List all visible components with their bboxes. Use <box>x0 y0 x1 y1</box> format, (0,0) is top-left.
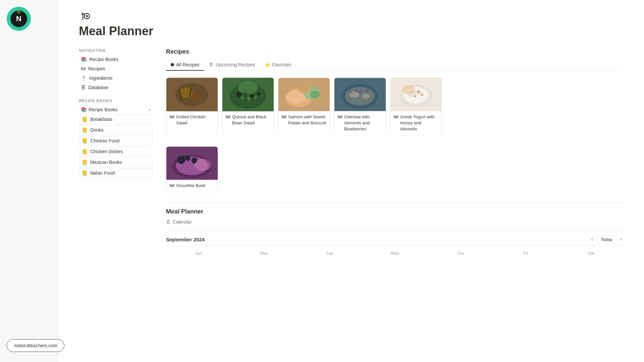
navigation-section-title: Navigation <box>79 48 153 53</box>
recipes-icon: 🍽 <box>81 66 86 71</box>
svg-point-5 <box>191 93 201 100</box>
svg-point-33 <box>362 94 370 99</box>
sidebar-item-recipes[interactable]: 🍽 Recipes <box>79 64 153 73</box>
recipe-img-greek-yogurt <box>390 78 442 111</box>
sidebar-item-recipes-label: Recipes <box>88 66 105 71</box>
app-logo[interactable]: N 🌿 <box>7 7 31 31</box>
sidebar-item-database[interactable]: 🗄 Database <box>79 83 153 92</box>
recipe-card-oatmeal[interactable]: 🍽 Oatmeal with Almonds and Blueberries <box>334 77 386 136</box>
sidebar-item-chicken-dishes[interactable]: 📒 Chicken Dishes <box>79 147 153 156</box>
recipe-grid: 🍽 Grilled Chicken Salad <box>166 77 624 136</box>
svg-point-31 <box>345 87 375 105</box>
svg-point-15 <box>247 97 251 100</box>
svg-point-1 <box>86 15 88 17</box>
bottom-badge-label: notion4teachers.com <box>14 343 57 348</box>
chinese-food-icon: 📒 <box>82 138 88 143</box>
oatmeal-icon: 🍽 <box>338 114 342 119</box>
recipe-card-salmon[interactable]: 🍽 Salmon with Sweet Potato and Broccoli <box>278 77 330 136</box>
sidebar-item-italian-food[interactable]: 📒 Italian Food <box>79 168 153 178</box>
tab-all-recipes[interactable]: All Recipes <box>166 59 204 71</box>
recipes-tabs: All Recipes 🗓 Upcoming Recipes ⭐ Favorit… <box>166 59 624 71</box>
logo-letter: N <box>16 14 21 23</box>
svg-point-17 <box>238 82 258 94</box>
calendar-prev-button[interactable]: ‹ <box>589 236 595 243</box>
page-title: Meal Planner <box>79 24 624 38</box>
recipe-books-parent-icon: 📚 <box>81 107 87 112</box>
recipe-books-parent-label: Recipe Books <box>89 107 117 112</box>
svg-point-22 <box>310 90 320 99</box>
recipe-img-oatmeal <box>334 78 386 111</box>
svg-point-39 <box>421 93 423 96</box>
ingredients-icon: 🧂 <box>81 75 87 81</box>
calendar-icon: 🗓 <box>166 219 171 225</box>
recipe-books-parent[interactable]: 📚 Recipe Books ▾ <box>79 105 153 114</box>
smoothie-bowl-name: Smoothie Bowl <box>176 183 205 189</box>
calendar-today-button[interactable]: Today <box>597 236 616 243</box>
sidebar-item-breakfasts[interactable]: 📒 Breakfasts <box>79 115 153 124</box>
svg-point-32 <box>349 91 359 98</box>
calendar-label-text: Calendar <box>173 219 192 225</box>
calendar-label[interactable]: 🗓 Calendar <box>166 219 624 225</box>
calendar-grid: Sun Mon Tue Wed Thu Fri Sat <box>166 249 624 258</box>
recipe-books-section-title: Recipe Books <box>79 99 153 103</box>
sidebar-item-ingredients[interactable]: 🧂 Ingredients <box>79 74 153 82</box>
svg-point-16 <box>254 96 257 99</box>
star-icon: ⭐ <box>265 62 270 67</box>
chinese-food-label: Chinese Food <box>90 138 119 143</box>
recipe-card-quinoa-black-bean[interactable]: 🍽 Quinoa and Black Bean Salad <box>222 77 274 136</box>
sidebar-item-chinese-food[interactable]: 📒 Chinese Food <box>79 136 153 145</box>
chicken-dishes-label: Chicken Dishes <box>90 149 123 154</box>
meal-planner-section: Meal Planner 🗓 Calendar September 2024 ‹… <box>166 202 624 258</box>
all-recipes-dot-icon <box>171 63 174 66</box>
meal-planner-title: Meal Planner <box>166 208 624 215</box>
drinks-label: Drinks <box>90 127 104 133</box>
database-icon: 🗄 <box>81 85 86 90</box>
sidebar-item-ingredients-label: Ingredients <box>89 75 112 81</box>
svg-point-12 <box>250 94 255 99</box>
svg-point-48 <box>184 156 188 160</box>
recipe-card-greek-yogurt[interactable]: 🍽 Greek Yogurt with Honey and Almonds <box>390 77 442 136</box>
recipe-card-smoothie-bowl[interactable]: 🍽 Smoothie Bowl <box>166 146 218 192</box>
greek-yogurt-icon: 🍽 <box>394 114 398 119</box>
chevron-down-icon: ▾ <box>149 108 151 112</box>
mexican-books-icon: 📒 <box>82 160 88 165</box>
calendar-header: September 2024 ‹ Today › <box>166 236 624 246</box>
italian-food-icon: 📒 <box>82 170 88 176</box>
chicken-dishes-icon: 📒 <box>82 149 88 154</box>
grilled-chicken-salad-icon: 🍽 <box>170 114 174 119</box>
recipe-card-grilled-chicken-salad[interactable]: 🍽 Grilled Chicken Salad <box>166 77 218 136</box>
breakfasts-icon: 📒 <box>82 117 88 122</box>
calendar-nav: ‹ Today › <box>589 236 624 243</box>
recipe-img-grilled-chicken-salad <box>166 78 218 111</box>
sidebar-item-mexican-books[interactable]: 📒 Mexican Books <box>79 158 153 167</box>
calendar-next-button[interactable]: › <box>618 236 624 243</box>
quinoa-icon: 🍽 <box>226 114 230 119</box>
salmon-icon: 🍽 <box>282 114 286 119</box>
recipe-img-quinoa <box>222 78 274 111</box>
svg-point-40 <box>414 95 416 97</box>
tab-upcoming-recipes[interactable]: 🗓 Upcoming Recipes <box>204 59 260 71</box>
cal-header-tue: Tue <box>297 249 362 258</box>
quinoa-name: Quinoa and Black Bean Salad <box>232 114 270 126</box>
oatmeal-name: Oatmeal with Almonds and Blueberries <box>344 114 382 132</box>
cal-header-wed: Wed <box>362 249 428 258</box>
recipe-grid-row2: 🍽 Smoothie Bowl <box>166 146 624 192</box>
page-icon <box>79 10 624 22</box>
tab-all-recipes-label: All Recipes <box>176 62 200 67</box>
main-content: Recipes All Recipes 🗓 Upcoming Recipes ⭐… <box>166 48 624 258</box>
sidebar: Navigation 📚 Recipe Books 🍽 Recipes 🧂 In… <box>79 48 153 258</box>
italian-food-label: Italian Food <box>90 170 115 176</box>
bottom-badge[interactable]: notion4teachers.com <box>7 339 64 352</box>
svg-point-41 <box>402 85 415 94</box>
tab-favorites[interactable]: ⭐ Favorites <box>260 59 297 71</box>
page-header: Meal Planner <box>79 10 624 38</box>
svg-point-38 <box>417 90 420 94</box>
salmon-name: Salmon with Sweet Potato and Broccoli <box>288 114 326 126</box>
calendar-month: September 2024 <box>166 237 205 242</box>
recipe-img-smoothie-bowl <box>166 146 218 180</box>
cal-header-mon: Mon <box>231 249 297 258</box>
cal-header-sun: Sun <box>166 249 231 258</box>
sidebar-item-recipe-books[interactable]: 📚 Recipe Books <box>79 55 153 64</box>
cal-header-sat: Sat <box>558 249 624 258</box>
sidebar-item-drinks[interactable]: 📒 Drinks <box>79 125 153 135</box>
